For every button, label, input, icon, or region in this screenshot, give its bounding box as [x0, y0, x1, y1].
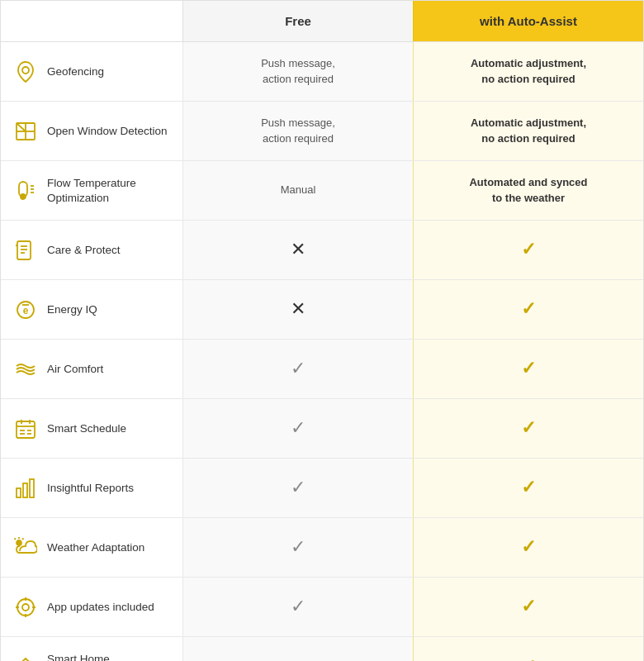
table-row-insightful-reports: Insightful Reports✓✓	[1, 459, 643, 518]
feature-cell-weather-adaptation: Weather Adaptation	[1, 518, 182, 577]
feature-cell-energy-iq: e Energy IQ	[1, 280, 182, 339]
comparison-table: Free with Auto-Assist GeofencingPush mes…	[0, 0, 644, 661]
check-gold-icon: ✓	[521, 297, 536, 322]
auto-cell-weather-adaptation: ✓	[413, 518, 643, 577]
feature-name-air-comfort: Air Comfort	[47, 362, 103, 377]
free-cell-smart-home: ✓	[182, 637, 413, 661]
weather-adaptation-icon	[12, 535, 39, 561]
svg-line-28	[22, 538, 24, 540]
check-icon: ✓	[291, 535, 305, 560]
care-protect-icon	[12, 237, 39, 264]
check-gold-icon: ✓	[521, 654, 536, 661]
free-cell-geofencing: Push message,action required	[182, 42, 413, 101]
check-icon: ✓	[291, 475, 305, 501]
cross-icon: ✕	[291, 297, 305, 322]
free-cell-weather-adaptation: ✓	[182, 518, 413, 577]
auto-cell-care-protect: ✓	[413, 221, 643, 279]
svg-rect-25	[30, 479, 34, 497]
free-cell-air-comfort: ✓	[182, 340, 413, 398]
table-row-care-protect: Care & Protect✕✓	[1, 221, 643, 280]
check-gold-icon: ✓	[521, 594, 536, 620]
table-row-air-comfort: Air Comfort✓✓	[1, 340, 643, 399]
svg-point-8	[21, 194, 26, 199]
auto-cell-smart-schedule: ✓	[413, 399, 643, 458]
free-cell-smart-schedule: ✓	[182, 399, 413, 458]
auto-cell-energy-iq: ✓	[413, 280, 643, 339]
auto-cell-insightful-reports: ✓	[413, 459, 643, 517]
svg-point-31	[22, 604, 29, 611]
insightful-reports-icon	[12, 475, 39, 502]
feature-name-smart-home: Smart Home Integrations	[47, 652, 171, 661]
svg-rect-24	[23, 483, 27, 497]
smart-schedule-icon	[12, 416, 39, 442]
feature-cell-air-comfort: Air Comfort	[1, 340, 182, 398]
free-cell-open-window: Push message,action required	[182, 102, 413, 160]
svg-rect-15	[17, 421, 35, 438]
flow-temp-icon	[12, 178, 39, 204]
table-row-energy-iq: e Energy IQ✕✓	[1, 280, 643, 340]
feature-cell-geofencing: Geofencing	[1, 42, 182, 101]
header-empty	[1, 1, 182, 41]
free-cell-insightful-reports: ✓	[182, 459, 413, 517]
check-icon: ✓	[291, 356, 305, 382]
check-icon: ✓	[291, 416, 305, 441]
feature-cell-flow-temp: Flow Temperature Optimization	[1, 161, 182, 220]
auto-cell-air-comfort: ✓	[413, 340, 643, 398]
smart-home-icon	[12, 654, 39, 661]
feature-name-insightful-reports: Insightful Reports	[47, 481, 134, 496]
header-auto: with Auto-Assist	[413, 1, 643, 41]
svg-point-0	[22, 67, 29, 74]
svg-rect-9	[17, 241, 31, 259]
air-comfort-icon	[12, 356, 39, 383]
check-gold-icon: ✓	[521, 356, 536, 382]
open-window-icon	[12, 118, 39, 145]
header-free: Free	[182, 1, 413, 41]
svg-point-26	[17, 540, 21, 545]
feature-name-app-updates: App updates included	[47, 600, 154, 615]
table-body: GeofencingPush message,action requiredAu…	[1, 42, 643, 661]
svg-text:e: e	[23, 305, 29, 316]
app-updates-icon	[12, 594, 39, 621]
table-row-smart-schedule: Smart Schedule✓✓	[1, 399, 643, 459]
feature-cell-smart-schedule: Smart Schedule	[1, 399, 182, 458]
table-row-geofencing: GeofencingPush message,action requiredAu…	[1, 42, 643, 102]
feature-cell-app-updates: App updates included	[1, 578, 182, 636]
svg-line-29	[15, 538, 17, 540]
check-gold-icon: ✓	[521, 416, 536, 441]
feature-name-flow-temp: Flow Temperature Optimization	[47, 176, 171, 205]
feature-name-weather-adaptation: Weather Adaptation	[47, 540, 144, 555]
free-cell-care-protect: ✕	[182, 221, 413, 279]
feature-cell-smart-home: Smart Home Integrations	[1, 637, 182, 661]
geofencing-icon	[12, 59, 39, 85]
feature-name-care-protect: Care & Protect	[47, 243, 121, 258]
table-row-smart-home: Smart Home Integrations✓✓	[1, 637, 643, 661]
svg-point-30	[17, 599, 34, 616]
feature-cell-care-protect: Care & Protect	[1, 221, 182, 279]
table-row-app-updates: App updates included✓✓	[1, 578, 643, 637]
free-cell-energy-iq: ✕	[182, 280, 413, 339]
free-cell-app-updates: ✓	[182, 578, 413, 636]
feature-name-open-window: Open Window Detection	[47, 124, 168, 139]
auto-cell-flow-temp: Automated and syncedto the weather	[413, 161, 643, 220]
table-row-open-window: Open Window DetectionPush message,action…	[1, 102, 643, 161]
check-icon: ✓	[291, 594, 305, 620]
svg-rect-23	[17, 488, 21, 497]
feature-name-smart-schedule: Smart Schedule	[47, 421, 126, 436]
check-gold-icon: ✓	[521, 475, 536, 501]
table-row-flow-temp: Flow Temperature OptimizationManualAutom…	[1, 161, 643, 221]
check-gold-icon: ✓	[521, 237, 536, 263]
auto-cell-open-window: Automatic adjustment,no action required	[413, 102, 643, 160]
feature-cell-insightful-reports: Insightful Reports	[1, 459, 182, 517]
table-header: Free with Auto-Assist	[1, 1, 643, 42]
auto-cell-app-updates: ✓	[413, 578, 643, 636]
check-icon: ✓	[291, 654, 305, 661]
auto-cell-geofencing: Automatic adjustment,no action required	[413, 42, 643, 101]
feature-cell-open-window: Open Window Detection	[1, 102, 182, 160]
auto-cell-smart-home: ✓	[413, 637, 643, 661]
table-row-weather-adaptation: Weather Adaptation✓✓	[1, 518, 643, 578]
feature-name-energy-iq: Energy IQ	[47, 302, 97, 317]
energy-iq-icon: e	[12, 297, 39, 323]
cross-icon: ✕	[291, 237, 305, 263]
check-gold-icon: ✓	[521, 535, 536, 560]
free-cell-flow-temp: Manual	[182, 161, 413, 220]
